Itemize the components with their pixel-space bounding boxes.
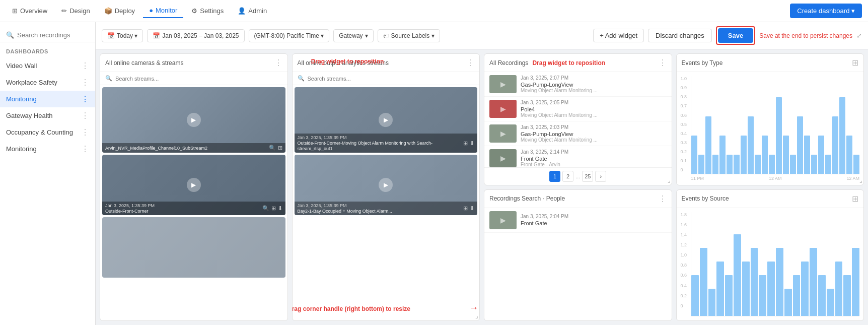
- search-cam2-icon[interactable]: 🔍: [262, 205, 269, 212]
- add-widget-button[interactable]: + Add widget: [593, 29, 644, 42]
- play-analytics-1[interactable]: ▶: [379, 113, 393, 127]
- resize-handle-events[interactable]: ⌟: [859, 177, 862, 184]
- recordings-people-title: Recordings Search - People: [489, 195, 565, 202]
- deploy-icon: 📦: [104, 7, 112, 15]
- nav-admin[interactable]: 👤 Admin: [232, 4, 273, 18]
- chart-bar: [835, 262, 843, 316]
- analytics-name-1: Outside-Front-Corner-Moving Object Alarm…: [298, 141, 433, 151]
- occupancy-counting-menu-icon[interactable]: ⋮: [81, 127, 89, 137]
- download-analytics2-icon[interactable]: ⬇: [470, 205, 474, 212]
- page-btn-1[interactable]: 1: [549, 171, 560, 182]
- gateway-health-menu-icon[interactable]: ⋮: [81, 111, 89, 120]
- resize-handle[interactable]: ⌟: [475, 312, 478, 319]
- all-recordings-title: All Recordings: [489, 59, 528, 67]
- search-cam-icon[interactable]: 🔍: [269, 145, 276, 151]
- recordings-people-widget: Recordings Search - People ⋮ ▶ Jan 3, 20…: [484, 189, 672, 321]
- recording-item-3[interactable]: ▶ Jan 3, 2025, 2:03 PM Gas-Pump-LongView…: [484, 121, 672, 146]
- play-rec-icon-2: ▶: [500, 105, 506, 113]
- page-next-icon[interactable]: ›: [595, 171, 606, 182]
- nav-monitor[interactable]: ● Monitor: [143, 4, 183, 18]
- events-by-type-chart: 1.0 0.9 0.8 0.7 0.6 0.5 0.4 0.3 0.2 0.1 …: [677, 72, 864, 185]
- people-recording-thumb-1: ▶: [489, 211, 517, 229]
- chart-bar: [727, 155, 733, 174]
- nav-deploy[interactable]: 📦 Deploy: [98, 4, 141, 18]
- recording-item-4[interactable]: ▶ Jan 3, 2025, 2:14 PM Front Gate Front …: [484, 146, 672, 167]
- camera-streams-widget: All online cameras & streams ⋮ 🔍 ▶ Arvin…: [100, 53, 288, 321]
- expand-icon[interactable]: ⤢: [856, 32, 862, 39]
- sidebar-item-gateway-health[interactable]: Gateway Health ⋮: [0, 107, 95, 124]
- date-range-button[interactable]: 📅 Jan 03, 2025 – Jan 03, 2025: [147, 29, 244, 42]
- dashboard-grid: All online cameras & streams ⋮ 🔍 ▶ Arvin…: [96, 49, 868, 325]
- sidebar-item-occupancy-counting[interactable]: Occupancy & Counting ⋮: [0, 124, 95, 141]
- sidebar-item-workplace-safety[interactable]: Workplace Safety ⋮: [0, 74, 95, 91]
- copy-analytics2-icon[interactable]: ⊞: [463, 205, 468, 212]
- camera-thumb-3[interactable]: [102, 217, 285, 278]
- all-recordings-menu-icon[interactable]: ⋮: [659, 58, 667, 68]
- copy-cam2-icon[interactable]: ⊞: [271, 205, 276, 212]
- copy-analytics1-icon[interactable]: ⊞: [463, 140, 468, 147]
- play-button-1[interactable]: ▶: [187, 113, 201, 127]
- discard-changes-button[interactable]: Discard changes: [648, 29, 712, 42]
- recordings-pagination: 1 2 ... 25 ›: [484, 167, 672, 185]
- chevron-down-icon: ▾: [365, 32, 368, 39]
- create-dashboard-button[interactable]: Create dashboard ▾: [790, 4, 862, 18]
- chart-bars: [691, 76, 859, 174]
- events-by-source-menu-icon[interactable]: ⊞: [852, 194, 858, 204]
- play-people-icon-1: ▶: [500, 216, 506, 224]
- download-analytics1-icon[interactable]: ⬇: [470, 140, 474, 147]
- camera-streams-search: 🔍: [100, 72, 287, 85]
- today-button[interactable]: 📅 Today ▾: [102, 29, 143, 42]
- nav-monitor-label: Monitor: [156, 7, 177, 14]
- source-chart-main: [691, 212, 859, 317]
- camera-thumb-2[interactable]: ▶ Jan 3, 2025, 1:35:39 PM Outside-Front-…: [102, 155, 285, 215]
- monitoring-menu-icon[interactable]: ⋮: [81, 94, 89, 104]
- gateway-button[interactable]: Gateway ▾: [333, 29, 373, 42]
- camera-streams-menu-icon[interactable]: ⋮: [274, 58, 282, 68]
- timezone-button[interactable]: (GMT-8:00) Pacific Time ▾: [249, 29, 330, 42]
- nav-design-label: Design: [69, 7, 90, 15]
- sidebar-item-video-wall[interactable]: Video Wall ⋮: [0, 57, 95, 74]
- video-wall-menu-icon[interactable]: ⋮: [81, 61, 89, 71]
- camera-thumb-1[interactable]: ▶ Arvin_NVR_MediaProfile_Channel10_SubSt…: [102, 87, 285, 153]
- people-recording-item-1[interactable]: ▶ Jan 3, 2025, 2:04 PM Front Gate: [484, 208, 672, 233]
- recording-item-2[interactable]: ▶ Jan 3, 2025, 2:05 PM Pole4 Moving Obje…: [484, 97, 672, 121]
- analytics-streams-title: All online output analytics streams: [298, 59, 389, 67]
- nav-settings[interactable]: ⚙ Settings: [185, 4, 230, 18]
- recordings-people-menu-icon[interactable]: ⋮: [659, 194, 667, 204]
- nav-overview[interactable]: ⊞ Overview: [6, 4, 53, 18]
- download-cam2-icon[interactable]: ⬇: [278, 205, 282, 212]
- recording-item-1[interactable]: ▶ Jan 3, 2025, 2:07 PM Gas-Pump-LongView…: [484, 72, 672, 97]
- copy-cam-icon[interactable]: ⊞: [278, 145, 282, 151]
- resize-handle-recordings[interactable]: ⌟: [668, 177, 671, 184]
- analytics-thumb-2[interactable]: ▶ Jan 3, 2025, 1:35:39 PM Bay2-1-Bay Occ…: [295, 155, 478, 215]
- camera-streams-search-input[interactable]: [115, 76, 282, 82]
- source-labels-button[interactable]: 🏷 Source Labels ▾: [378, 29, 441, 42]
- save-button[interactable]: Save: [718, 28, 753, 43]
- search-input[interactable]: [17, 31, 89, 39]
- events-by-type-menu-icon[interactable]: ⊞: [852, 58, 858, 68]
- analytics-streams-search-input[interactable]: [308, 76, 475, 82]
- monitoring2-menu-icon[interactable]: ⋮: [81, 144, 89, 154]
- chart-bar: [832, 116, 838, 174]
- calendar2-icon: 📅: [153, 32, 160, 39]
- recording-time-2: Jan 3, 2025, 2:05 PM: [521, 100, 667, 105]
- page-btn-25[interactable]: 25: [582, 171, 593, 182]
- analytics-timestamp-2: Jan 3, 2025, 1:35:39 PM: [298, 203, 392, 208]
- chart-bar: [853, 155, 859, 174]
- events-by-source-chart: 1.8 1.6 1.4 1.2 1.0 0.8 0.6 0.4 0.2 0: [677, 208, 864, 321]
- nav-design[interactable]: ✏ Design: [55, 4, 96, 18]
- play-button-2[interactable]: ▶: [187, 178, 201, 192]
- recording-monitor-3: Moving Object Alarm Monitoring ...: [521, 137, 667, 143]
- page-btn-2[interactable]: 2: [562, 171, 573, 182]
- chart-bar: [811, 155, 817, 174]
- analytics-thumb-1[interactable]: ▶ Jan 3, 2025, 1:35:39 PM Outside-Front-…: [295, 87, 478, 153]
- camera-icons-1: 🔍 ⊞: [269, 145, 282, 151]
- analytics-streams-menu-icon[interactable]: ⋮: [466, 58, 474, 68]
- play-analytics-2[interactable]: ▶: [379, 178, 393, 192]
- sidebar-item-monitoring[interactable]: Monitoring ⋮: [0, 91, 95, 107]
- camera-streams-body: ▶ Arvin_NVR_MediaProfile_Channel10_SubSt…: [100, 85, 287, 320]
- recording-time-1: Jan 3, 2025, 2:07 PM: [521, 75, 667, 81]
- sidebar-item-monitoring2[interactable]: Monitoring ⋮: [0, 141, 95, 157]
- workplace-safety-menu-icon[interactable]: ⋮: [81, 78, 89, 87]
- source-chart-y-axis: 1.8 1.6 1.4 1.2 1.0 0.8 0.6 0.4 0.2 0: [681, 212, 687, 317]
